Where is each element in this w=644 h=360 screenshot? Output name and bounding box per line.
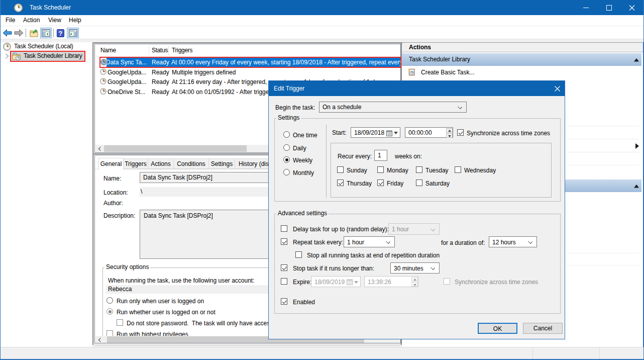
svg-text:?: ? xyxy=(59,30,62,37)
